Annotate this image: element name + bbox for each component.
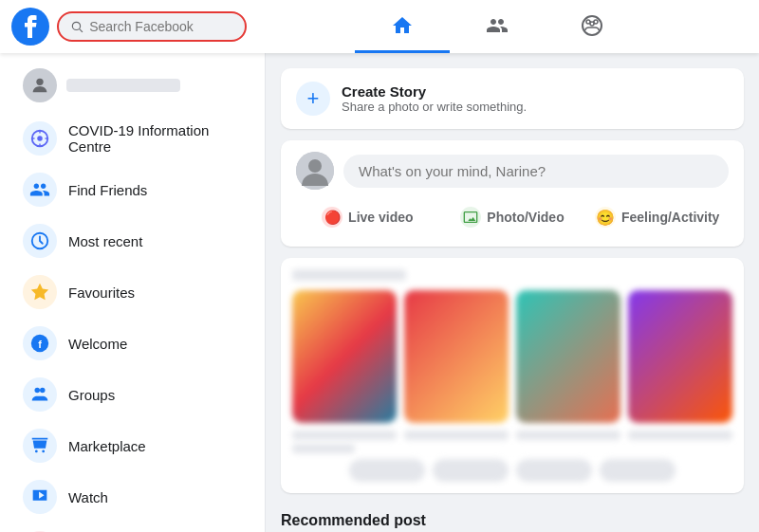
sidebar-item-groups[interactable]: Groups	[8, 370, 257, 419]
people-icon	[486, 14, 509, 37]
photo-video-label: Photo/Video	[487, 210, 564, 225]
stories-action-row	[292, 459, 732, 482]
marketplace-icon	[23, 429, 57, 463]
whats-input-row	[296, 152, 729, 190]
sidebar-label-recent: Most recent	[68, 233, 142, 249]
nav-tab-home[interactable]	[355, 0, 450, 53]
sidebar-item-friends[interactable]: Find Friends	[8, 165, 257, 214]
watch-icon	[23, 480, 57, 514]
svg-point-6	[37, 136, 43, 141]
favourites-icon	[23, 275, 57, 309]
svg-point-22	[308, 159, 322, 173]
photo-video-button[interactable]: Photo/Video	[441, 199, 584, 235]
sidebar-item-favourites[interactable]: Favourites	[8, 267, 257, 317]
search-input[interactable]	[89, 19, 233, 34]
sidebar: COVID-19 Information Centre Find Friends…	[0, 53, 266, 532]
story-card-4[interactable]	[628, 290, 732, 423]
stories-section-title-blur	[292, 269, 406, 281]
live-video-label: Live video	[348, 210, 413, 225]
sidebar-item-events[interactable]: ★ Events	[8, 523, 257, 532]
groups-sidebar-icon	[23, 377, 57, 412]
user-avatar-post	[296, 152, 334, 190]
feeling-icon: 😊	[595, 207, 616, 228]
live-video-button[interactable]: 🔴 Live video	[296, 199, 439, 235]
create-story-plus-icon: +	[296, 82, 330, 116]
sidebar-label-welcome: Welcome	[68, 336, 127, 352]
nav-tab-friends[interactable]	[450, 0, 545, 53]
sidebar-user-profile[interactable]	[8, 61, 257, 110]
recommended-post-label: Recommended post	[281, 504, 744, 532]
sidebar-label-watch: Watch	[68, 489, 108, 505]
create-story-subtitle: Share a photo or write something.	[342, 100, 527, 114]
create-story-text: Create Story Share a photo or write some…	[342, 83, 527, 114]
sidebar-item-marketplace[interactable]: Marketplace	[8, 421, 257, 470]
nav-center	[247, 0, 748, 53]
top-navigation	[0, 0, 759, 53]
facebook-logo[interactable]	[11, 8, 49, 46]
sidebar-item-recent[interactable]: Most recent	[8, 216, 257, 266]
sidebar-label-friends: Find Friends	[68, 182, 147, 198]
nav-left	[11, 8, 247, 46]
sidebar-label-covid: COVID-19 Information Centre	[68, 122, 242, 155]
create-story-card[interactable]: + Create Story Share a photo or write so…	[281, 68, 744, 129]
svg-point-15	[40, 388, 46, 394]
svg-point-1	[72, 22, 80, 29]
groups-icon	[581, 14, 603, 37]
whats-on-mind-input[interactable]	[343, 155, 729, 188]
create-story-title: Create Story	[342, 83, 527, 100]
stories-grid	[292, 290, 732, 423]
stories-section	[281, 258, 744, 493]
stories-caption-row	[292, 431, 732, 453]
welcome-icon: f	[23, 326, 57, 360]
search-box[interactable]	[57, 11, 247, 42]
story-card-1[interactable]	[292, 290, 397, 423]
sidebar-label-groups: Groups	[68, 387, 115, 403]
action-row: 🔴 Live video Photo/Video 😊 Feeling/Activ…	[296, 199, 729, 235]
svg-point-14	[35, 388, 41, 394]
main-content: + Create Story Share a photo or write so…	[266, 53, 759, 532]
feeling-label: Feeling/Activity	[621, 210, 719, 225]
sidebar-label-marketplace: Marketplace	[68, 438, 146, 454]
feeling-activity-button[interactable]: 😊 Feeling/Activity	[585, 199, 729, 235]
friends-icon	[23, 173, 57, 207]
user-name-placeholder	[66, 79, 180, 92]
covid-icon	[23, 121, 57, 156]
nav-tab-groups[interactable]	[545, 0, 639, 53]
story-card-2[interactable]	[404, 290, 509, 423]
story-card-3[interactable]	[516, 290, 620, 423]
live-video-icon: 🔴	[322, 207, 342, 228]
sidebar-item-watch[interactable]: Watch	[8, 472, 257, 522]
sidebar-item-welcome[interactable]: f Welcome	[8, 319, 257, 368]
sidebar-item-covid[interactable]: COVID-19 Information Centre	[8, 114, 257, 163]
sidebar-label-favourites: Favourites	[68, 284, 135, 301]
svg-point-4	[36, 79, 43, 85]
main-layout: COVID-19 Information Centre Find Friends…	[0, 53, 759, 532]
photo-video-icon	[460, 207, 481, 228]
search-icon	[70, 19, 83, 34]
svg-line-2	[80, 29, 83, 32]
home-icon	[391, 14, 414, 37]
user-avatar	[23, 68, 57, 102]
svg-text:f: f	[38, 339, 42, 350]
whats-on-mind-card: 🔴 Live video Photo/Video 😊 Feeling/Activ…	[281, 140, 744, 247]
recent-icon	[23, 224, 57, 258]
